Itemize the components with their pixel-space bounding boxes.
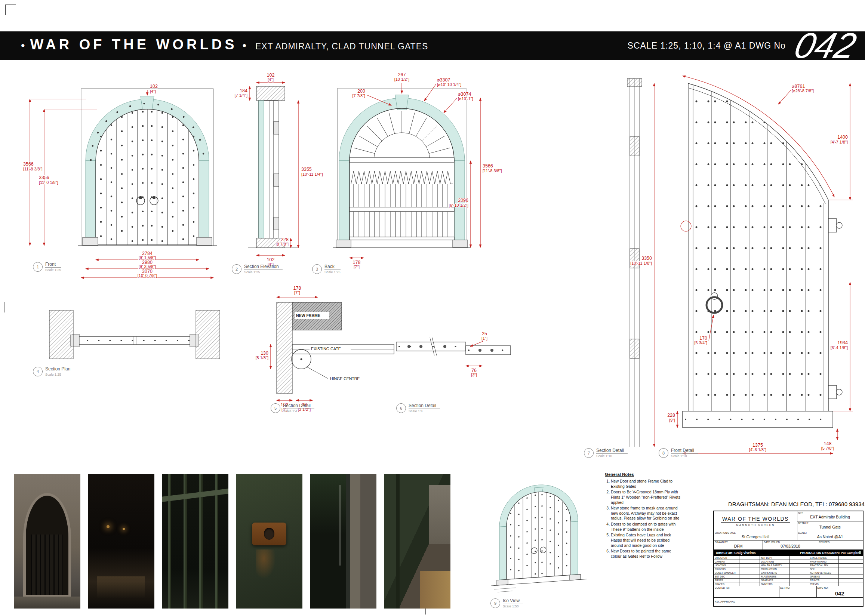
note-item: Doors to be clamped on to gates with The… <box>611 522 681 532</box>
section-details-drawing: 178 [7"] NEW FRAME EXISTING GATE HINGE C… <box>254 286 516 421</box>
dim-sec-top-in: [4"] <box>268 77 274 82</box>
view-number-badge: 6 <box>396 403 406 413</box>
titleblock-company-cell: WAR OF THE WORLDS MAMMOTH SCREEN <box>714 511 797 531</box>
dim-back-band-mm: 200 <box>357 89 365 94</box>
view-number-badge: 3 <box>312 264 322 274</box>
dim-front-top-mm: 102 <box>150 84 158 89</box>
plan-gate <box>73 334 196 347</box>
dim-back-h2-in: [6'-10 1/2"] <box>449 203 468 207</box>
scale-cell: SCALE: As Noted @A1 <box>797 531 863 540</box>
scale-note: SCALE 1:25, 1:10, 1:4 @ A1 DWG No <box>628 41 786 51</box>
drawnby-cell: DRAWN BY: DFM <box>714 541 763 550</box>
iso-gate <box>491 481 587 592</box>
reference-photo-arch-tunnel <box>14 474 80 608</box>
dim-back-h-mm: 3566 <box>483 163 493 168</box>
view-number-badge: 2 <box>232 264 242 274</box>
dim-db-gap-mm: 25 <box>482 331 487 336</box>
dim-sec-cap-in: [7 1/4"] <box>235 93 248 97</box>
dim-da-side-in: [5 1/8"] <box>256 355 268 360</box>
dim-back-dia2-mm: ⌀3074 <box>458 91 471 97</box>
detail-a: 178 [7"] NEW FRAME EXISTING GATE HINGE C… <box>256 286 394 412</box>
view-number-badge: 8 <box>659 448 669 458</box>
costed-label: COSTED TO: <box>715 586 730 589</box>
dim-door-base-in: [9"] <box>669 418 675 423</box>
view-label-section-detail-a: 5 Section DetailScale 1:4 <box>271 403 314 413</box>
spear-row <box>351 171 453 184</box>
section-structure <box>248 86 298 248</box>
company-name: WAR OF THE WORLDS <box>721 516 790 523</box>
title-bullet-left: • <box>21 31 25 60</box>
dim-db-gap-in: [1"] <box>482 336 487 341</box>
dim-front-houter-in: [11'-8 3/8"] <box>23 167 42 171</box>
new-frame-callout: NEW FRAME <box>296 313 320 318</box>
revised-label: REVISED: <box>819 541 830 544</box>
scale-label: SCALE: <box>798 531 807 534</box>
dim-sec-bot-mm: 102 <box>267 257 275 262</box>
note-item: New Door and stone Frame Clad to Existin… <box>611 479 681 489</box>
dim-door-handle-in: [6 3/4"] <box>695 341 707 345</box>
dim-db-w-in: [3"] <box>471 372 477 377</box>
setno-cell: SET NO: <box>779 586 817 597</box>
section-plan-drawing <box>45 299 224 377</box>
hinge-centre-callout: HINGE CENTRE <box>330 376 360 381</box>
view-label-iso: 9 Iso ViewScale 1:50 <box>490 598 523 608</box>
dim-door-base-mm: 228 <box>667 413 675 418</box>
drawing-number: 042 <box>792 31 859 60</box>
dim-door-foot-mm: 148 <box>824 441 832 446</box>
titleblock-set-details-cell: SET: EXT Admiralty Building DETAILS: Tun… <box>797 511 863 531</box>
dwgno-label: DWG NO: <box>818 586 828 589</box>
set-label: SET: <box>798 512 803 514</box>
dim-back-top-mm: 267 <box>398 72 406 77</box>
lower-bars <box>354 212 448 237</box>
dim-front-w2-in: [9'-3 5/8"] <box>139 264 156 269</box>
back-gate <box>350 108 454 240</box>
location-cell: LOCATION/STAGE St Georges Hall <box>714 531 797 540</box>
view-label-section-elevation: 2 Section ElevationScale 1:25 <box>232 264 283 274</box>
production-title: WAR OF THE WORLDS <box>30 37 237 53</box>
dim-back-dia2-in: [⌀10'-1"] <box>458 96 473 101</box>
dim-door-r1-mm: 1400 <box>837 135 848 140</box>
fd-approval-cell: F.D. APPROVAL <box>714 598 863 606</box>
corner-mark-top-left <box>5 5 16 15</box>
company-subname: MAMMOTH SCREEN <box>736 524 774 526</box>
dim-da-side-mm: 130 <box>261 350 268 356</box>
detail-b: 25 [1"] 76 [3"] <box>396 331 511 377</box>
reference-photo-tunnel-interior <box>88 474 154 608</box>
view-number-badge: 5 <box>271 403 280 413</box>
dim-back-h2-mm: 2096 <box>458 198 468 203</box>
dim-door-w-mm: 1375 <box>752 443 763 448</box>
door-base-board <box>683 411 833 427</box>
fd-approval-label: F.D. APPROVAL <box>715 600 735 603</box>
details-label: DETAILS: <box>798 522 808 525</box>
back-base <box>333 240 471 247</box>
back-elevation-drawing: 267 [10 1/2"] 200 [7 7/8"] ⌀3307 [⌀10'-1… <box>305 71 514 284</box>
door-leaf <box>681 76 842 427</box>
dim-door-r1-in: [4'-7 1/8"] <box>830 140 848 144</box>
view-number-badge: 7 <box>584 448 593 458</box>
note-item: Doors to Be V-Grooved 18mm Ply with Flin… <box>611 490 681 505</box>
dim-back-dia1-mm: ⌀3307 <box>437 77 450 83</box>
dateissued-cell: DATE ISSUED 07/03/2018 <box>763 541 818 550</box>
dwgno-cell: DWG NO: 042 <box>817 586 863 597</box>
reference-photo-green-gate-bars <box>162 474 228 608</box>
dim-da-top-in: [7"] <box>294 291 300 295</box>
door-hinges <box>828 218 842 399</box>
dim-db-w-mm: 76 <box>471 368 477 373</box>
dim-back-dia1-in: [⌀10'-10 1/4"] <box>437 82 461 87</box>
dim-back-base-mm: 178 <box>353 260 361 265</box>
dim-door-r2-mm: 1934 <box>837 340 848 346</box>
reference-photo-door-edge <box>310 474 377 608</box>
dim-door-foot-in: [5 7/8"] <box>821 446 834 450</box>
dim-sec-cap-mm: 184 <box>240 88 248 93</box>
department-grid: DIRECTORART DEPTSTAGE HANDS CAMERALOCATI… <box>714 556 863 586</box>
sheet-subtitle: EXT ADMIRALTY, CLAD TUNNEL GATES <box>255 41 428 52</box>
dim-front-hinner-mm: 3356 <box>39 175 49 180</box>
dim-front-top-in: [4"] <box>150 89 156 93</box>
existing-gate-callout: EXISTING GATE <box>311 347 341 351</box>
title-bar: • WAR OF THE WORLDS • EXT ADMIRALTY, CLA… <box>0 31 865 60</box>
reference-photo-gate-corner <box>384 474 451 608</box>
view-number-badge: 9 <box>490 599 500 608</box>
scale-value: As Noted @A1 <box>797 531 863 539</box>
general-notes: General Notes New Door and stone Frame C… <box>605 472 681 560</box>
door-leaf-detail-drawing: 3350 [10'-11 1/8"] ⌀8761 [⌀28'-8 7/8"] 1… <box>609 73 865 469</box>
